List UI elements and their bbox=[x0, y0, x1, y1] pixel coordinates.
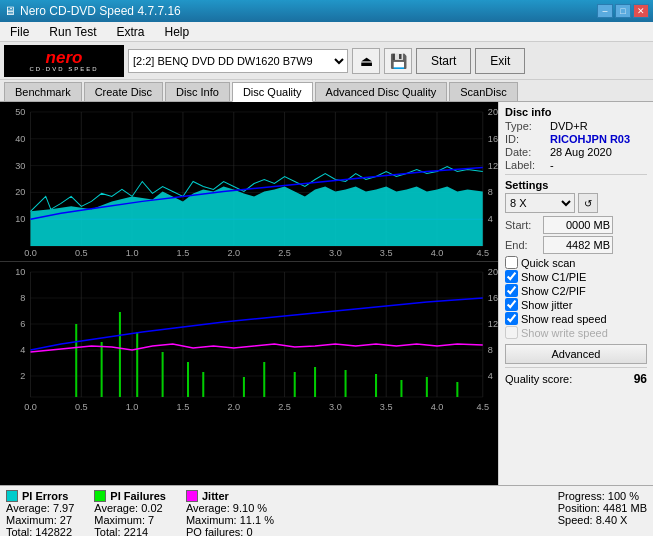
svg-text:1.0: 1.0 bbox=[126, 248, 139, 258]
title-bar: 🖥 Nero CD-DVD Speed 4.7.7.16 – □ ✕ bbox=[0, 0, 653, 22]
maximize-button[interactable]: □ bbox=[615, 4, 631, 18]
pi-failures-group: PI Failures Average: 0.02 Maximum: 7 Tot… bbox=[94, 490, 166, 536]
eject-button[interactable]: ⏏ bbox=[352, 48, 380, 74]
pi-failures-total: Total: 2214 bbox=[94, 526, 166, 536]
pi-errors-avg: Average: 7.97 bbox=[6, 502, 74, 514]
quick-scan-row: Quick scan bbox=[505, 256, 647, 269]
start-mb-row: Start: bbox=[505, 216, 647, 234]
svg-text:0.5: 0.5 bbox=[75, 402, 88, 412]
svg-text:16: 16 bbox=[488, 293, 498, 303]
disc-id-row: ID: RICOHJPN R03 bbox=[505, 133, 647, 145]
show-read-speed-row: Show read speed bbox=[505, 312, 647, 325]
jitter-color bbox=[186, 490, 198, 502]
position-line: Position: 4481 MB bbox=[558, 502, 647, 514]
menu-extra[interactable]: Extra bbox=[110, 23, 150, 41]
speed-line: Speed: 8.40 X bbox=[558, 514, 647, 526]
quick-scan-checkbox[interactable] bbox=[505, 256, 518, 269]
svg-text:2: 2 bbox=[20, 371, 25, 381]
svg-text:16: 16 bbox=[488, 134, 498, 144]
svg-text:12: 12 bbox=[488, 319, 498, 329]
svg-text:3.0: 3.0 bbox=[329, 248, 342, 258]
minimize-button[interactable]: – bbox=[597, 4, 613, 18]
svg-text:4: 4 bbox=[488, 214, 493, 224]
menu-file[interactable]: File bbox=[4, 23, 35, 41]
tab-disc-info[interactable]: Disc Info bbox=[165, 82, 230, 101]
quick-scan-label: Quick scan bbox=[521, 257, 575, 269]
svg-text:1.5: 1.5 bbox=[177, 248, 190, 258]
pi-failures-color bbox=[94, 490, 106, 502]
show-c1pie-checkbox[interactable] bbox=[505, 270, 518, 283]
bottom-chart: 10 8 6 4 2 20 16 12 8 4 0.0 0.5 1.0 1.5 … bbox=[0, 262, 498, 417]
speed-select[interactable]: 8 X bbox=[505, 193, 575, 213]
pi-failures-avg: Average: 0.02 bbox=[94, 502, 166, 514]
jitter-avg: Average: 9.10 % bbox=[186, 502, 274, 514]
svg-text:8: 8 bbox=[20, 293, 25, 303]
svg-text:4.5: 4.5 bbox=[476, 248, 489, 258]
jitter-label: Jitter bbox=[202, 490, 229, 502]
show-c2pif-label: Show C2/PIF bbox=[521, 285, 586, 297]
show-write-speed-checkbox[interactable] bbox=[505, 326, 518, 339]
svg-text:20: 20 bbox=[488, 267, 498, 277]
refresh-button[interactable]: ↺ bbox=[578, 193, 598, 213]
svg-text:20: 20 bbox=[15, 188, 25, 198]
svg-rect-39 bbox=[0, 262, 498, 417]
show-jitter-row: Show jitter bbox=[505, 298, 647, 311]
drive-select[interactable]: [2:2] BENQ DVD DD DW1620 B7W9 bbox=[128, 49, 348, 73]
exit-button[interactable]: Exit bbox=[475, 48, 525, 74]
quality-score-row: Quality score: 96 bbox=[505, 372, 647, 386]
svg-text:10: 10 bbox=[15, 214, 25, 224]
show-read-speed-label: Show read speed bbox=[521, 313, 607, 325]
main-content: 50 40 30 20 10 20 16 12 8 4 0.0 0.5 1.0 … bbox=[0, 102, 653, 485]
svg-text:2.0: 2.0 bbox=[227, 402, 240, 412]
pi-errors-label: PI Errors bbox=[22, 490, 68, 502]
quality-score-label: Quality score: bbox=[505, 373, 572, 385]
pi-failures-label: PI Failures bbox=[110, 490, 166, 502]
disc-id-value: RICOHJPN R03 bbox=[550, 133, 630, 145]
svg-text:0.0: 0.0 bbox=[24, 248, 37, 258]
svg-text:10: 10 bbox=[15, 267, 25, 277]
pi-errors-total: Total: 142822 bbox=[6, 526, 74, 536]
speed-row: 8 X ↺ bbox=[505, 193, 647, 213]
pi-errors-color bbox=[6, 490, 18, 502]
svg-text:1.0: 1.0 bbox=[126, 402, 139, 412]
jitter-max: Maximum: 11.1 % bbox=[186, 514, 274, 526]
show-c2pif-row: Show C2/PIF bbox=[505, 284, 647, 297]
svg-text:8: 8 bbox=[488, 188, 493, 198]
tab-benchmark[interactable]: Benchmark bbox=[4, 82, 82, 101]
stats-row: PI Errors Average: 7.97 Maximum: 27 Tota… bbox=[6, 490, 647, 536]
jitter-title: Jitter bbox=[186, 490, 274, 502]
jitter-group: Jitter Average: 9.10 % Maximum: 11.1 % P… bbox=[186, 490, 274, 536]
start-button[interactable]: Start bbox=[416, 48, 471, 74]
svg-text:50: 50 bbox=[15, 107, 25, 117]
show-jitter-label: Show jitter bbox=[521, 299, 572, 311]
start-input[interactable] bbox=[543, 216, 613, 234]
title-icon: 🖥 bbox=[4, 4, 16, 18]
tabs: Benchmark Create Disc Disc Info Disc Qua… bbox=[0, 80, 653, 102]
end-mb-row: End: bbox=[505, 236, 647, 254]
menu-help[interactable]: Help bbox=[159, 23, 196, 41]
chart-area: 50 40 30 20 10 20 16 12 8 4 0.0 0.5 1.0 … bbox=[0, 102, 498, 485]
svg-text:12: 12 bbox=[488, 161, 498, 171]
tab-advanced-disc-quality[interactable]: Advanced Disc Quality bbox=[315, 82, 448, 101]
pi-errors-group: PI Errors Average: 7.97 Maximum: 27 Tota… bbox=[6, 490, 74, 536]
quality-score-value: 96 bbox=[634, 372, 647, 386]
show-read-speed-checkbox[interactable] bbox=[505, 312, 518, 325]
divider-2 bbox=[505, 367, 647, 368]
pi-failures-title: PI Failures bbox=[94, 490, 166, 502]
pi-errors-max: Maximum: 27 bbox=[6, 514, 74, 526]
tab-scan-disc[interactable]: ScanDisc bbox=[449, 82, 517, 101]
end-input[interactable] bbox=[543, 236, 613, 254]
show-jitter-checkbox[interactable] bbox=[505, 298, 518, 311]
tab-create-disc[interactable]: Create Disc bbox=[84, 82, 163, 101]
menu-run-test[interactable]: Run Test bbox=[43, 23, 102, 41]
disc-info-title: Disc info bbox=[505, 106, 647, 118]
right-panel: Disc info Type: DVD+R ID: RICOHJPN R03 D… bbox=[498, 102, 653, 485]
disc-label-label: Label: bbox=[505, 159, 550, 171]
advanced-button[interactable]: Advanced bbox=[505, 344, 647, 364]
disc-id-label: ID: bbox=[505, 133, 550, 145]
svg-text:4.5: 4.5 bbox=[476, 402, 489, 412]
save-button[interactable]: 💾 bbox=[384, 48, 412, 74]
tab-disc-quality[interactable]: Disc Quality bbox=[232, 82, 313, 102]
close-button[interactable]: ✕ bbox=[633, 4, 649, 18]
show-c2pif-checkbox[interactable] bbox=[505, 284, 518, 297]
